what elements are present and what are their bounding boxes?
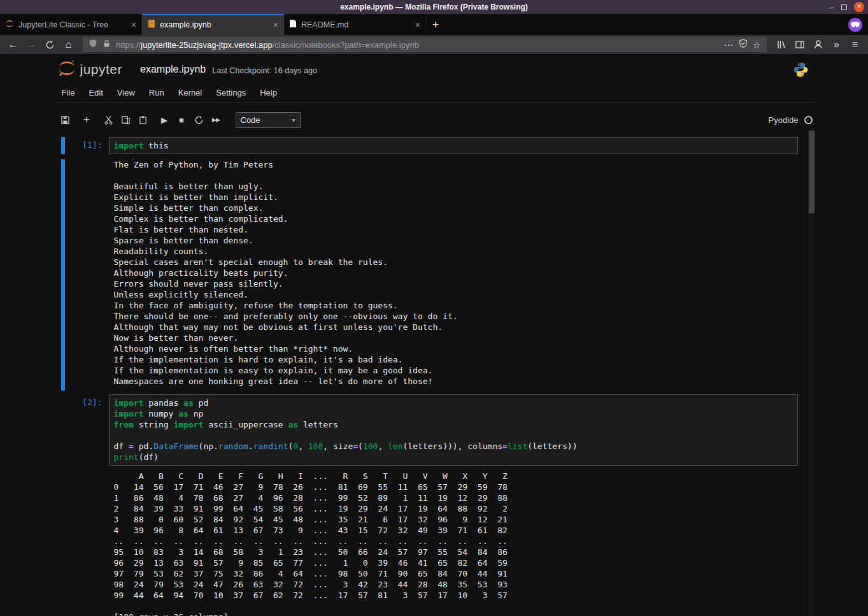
jupyter-logo[interactable]	[57, 59, 76, 80]
notebook-menubar: File Edit View Run Kernel Settings Help	[53, 83, 815, 103]
add-cell-button[interactable]: +	[78, 112, 96, 127]
menu-run[interactable]: Run	[142, 88, 171, 97]
scrollbar-thumb[interactable]	[809, 131, 815, 213]
input-prompt: [2]:	[53, 394, 109, 466]
jupyter-app: jupyter example.ipynb Last Checkpoint: 1…	[0, 55, 868, 616]
cell-output: The Zen of Python, by Tim Peters Beautif…	[109, 154, 798, 390]
restart-kernel-button[interactable]	[190, 112, 208, 127]
menu-edit[interactable]: Edit	[82, 88, 110, 97]
tab-close-icon[interactable]: ×	[415, 20, 420, 29]
menu-settings[interactable]: Settings	[209, 88, 253, 97]
code-text[interactable]: import pandas as pd import numpy as np f…	[114, 398, 793, 462]
tracking-protection-shield-icon[interactable]	[89, 39, 97, 50]
hamburger-menu-icon[interactable]: ≡	[846, 36, 864, 53]
jupyter-wordmark[interactable]: jupyter	[80, 62, 123, 77]
save-button[interactable]	[57, 112, 74, 127]
kernel-indicator: Pyodide	[769, 115, 815, 125]
url-bar[interactable]: https://jupyterlite-25uzjsvag-jtpx.verce…	[83, 37, 767, 52]
library-icon[interactable]	[772, 36, 790, 53]
cell-type-select[interactable]: Code ▾	[236, 112, 301, 128]
back-button[interactable]: ←	[4, 36, 22, 53]
window-controls: – ×	[829, 0, 864, 14]
restart-run-all-button[interactable]: ▶▶	[208, 112, 225, 127]
tab-readme-md[interactable]: README.md ×	[284, 14, 426, 35]
paste-cells-button[interactable]	[134, 112, 152, 127]
home-button[interactable]: ⌂	[59, 36, 78, 53]
output-text: A B C D E F G H I ... R S T U V W X Y Z …	[114, 471, 793, 616]
close-window-button[interactable]: ×	[854, 2, 864, 12]
browser-nav-toolbar: ← → ⌂ https://jupyterlite-25uzjsvag-jtpx…	[0, 35, 868, 55]
private-browsing-mask-icon	[848, 18, 862, 32]
permissions-shield-icon[interactable]	[739, 39, 748, 50]
menu-help[interactable]: Help	[253, 88, 284, 97]
reload-button[interactable]	[41, 36, 59, 53]
tab-label: README.md	[301, 20, 411, 29]
code-input[interactable]: import this	[109, 137, 798, 154]
output-prompt	[53, 466, 109, 616]
notebook-header: jupyter example.ipynb Last Checkpoint: 1…	[53, 55, 815, 83]
cell-output: A B C D E F G H I ... R S T U V W X Y Z …	[109, 466, 798, 616]
notebook-scroll-area[interactable]: [1]: import this The Zen of Python, by T…	[53, 129, 815, 616]
kernel-name: Pyodide	[769, 115, 799, 125]
notebook-scrollbar[interactable]	[807, 129, 815, 616]
window-titlebar: example.ipynb — Mozilla Firefox (Private…	[0, 0, 868, 14]
jupyter-favicon-icon	[5, 19, 14, 31]
tab-label: example.ipynb	[160, 20, 269, 29]
lock-icon[interactable]	[103, 39, 111, 50]
tab-jupyterlite-tree[interactable]: JupyterLite Classic - Tree ×	[0, 14, 142, 35]
minimize-button[interactable]: –	[829, 4, 834, 10]
browser-tab-bar: JupyterLite Classic - Tree × example.ipy…	[0, 14, 868, 35]
run-cell-button[interactable]: ▶	[156, 112, 173, 127]
notebook-toolbar: + ▶ ■ ▶▶ Code ▾ Pyodide	[53, 110, 815, 129]
interrupt-kernel-button[interactable]: ■	[173, 112, 190, 127]
input-prompt: [1]:	[53, 137, 109, 154]
notebook-file-icon	[147, 19, 155, 31]
notebook-title[interactable]: example.ipynb	[140, 64, 206, 75]
menu-kernel[interactable]: Kernel	[171, 88, 210, 97]
cell-type-value: Code	[241, 115, 260, 125]
tab-close-icon[interactable]: ×	[273, 20, 278, 29]
checkpoint-status: Last Checkpoint: 16 days ago	[212, 66, 317, 75]
tab-example-ipynb[interactable]: example.ipynb ×	[142, 14, 284, 35]
copy-cells-button[interactable]	[117, 112, 134, 127]
code-text[interactable]: import this	[114, 140, 793, 151]
kernel-status-icon	[804, 116, 813, 124]
tab-close-icon[interactable]: ×	[131, 20, 136, 29]
python-kernel-logo	[793, 62, 809, 78]
window-title: example.ipynb — Mozilla Firefox (Private…	[340, 3, 528, 11]
document-file-icon	[289, 19, 297, 31]
code-cell-1[interactable]: [1]: import this The Zen of Python, by T…	[53, 137, 798, 390]
output-text: The Zen of Python, by Tim Peters Beautif…	[114, 159, 793, 387]
page-actions-more-icon[interactable]: ⋯	[724, 40, 734, 50]
url-text[interactable]: https://jupyterlite-25uzjsvag-jtpx.verce…	[116, 40, 719, 50]
code-input[interactable]: import pandas as pd import numpy as np f…	[109, 394, 798, 466]
output-prompt	[53, 154, 109, 390]
menu-view[interactable]: View	[110, 88, 142, 97]
code-cell-2[interactable]: [2]: import pandas as pd import numpy as…	[53, 394, 798, 616]
new-tab-button[interactable]: +	[426, 14, 445, 35]
menu-file[interactable]: File	[55, 88, 82, 97]
sidebar-icon[interactable]	[790, 36, 809, 53]
maximize-button[interactable]	[841, 4, 847, 10]
forward-button[interactable]: →	[22, 36, 41, 53]
tab-label: JupyterLite Classic - Tree	[18, 20, 127, 29]
cut-cells-button[interactable]	[100, 112, 117, 127]
bookmark-star-icon[interactable]: ☆	[753, 40, 761, 50]
chevron-down-icon: ▾	[292, 117, 295, 124]
account-icon[interactable]	[809, 36, 827, 53]
toolbar-overflow-icon[interactable]: »	[827, 36, 846, 53]
